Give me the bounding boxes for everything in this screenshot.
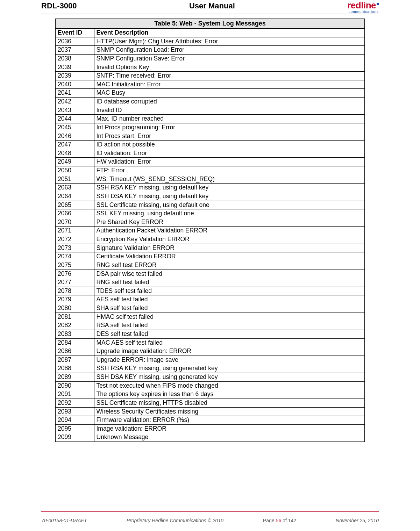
table-row: 2089 SSH DSA KEY missing, using generate…	[56, 373, 364, 382]
cell-event-desc: RNG self test ERROR	[94, 261, 364, 270]
table-row: 2094 Firmware validation: ERROR (%s)	[56, 416, 364, 425]
cell-event-desc: SSH RSA KEY missing, using generated key	[94, 364, 364, 373]
cell-event-desc: MAC Busy	[94, 89, 364, 98]
cell-event-desc: Test not executed when FIPS mode changed	[94, 381, 364, 390]
cell-event-desc: DSA pair wise test failed	[94, 270, 364, 278]
cell-event-desc: HW validation: Error	[94, 158, 364, 166]
cell-event-desc: SNMP Configuration Save: Error	[94, 54, 364, 63]
footer-copyright: Proprietary Redline Communications © 201…	[127, 518, 223, 523]
cell-event-id: 2065	[56, 201, 94, 209]
cell-event-id: 2047	[56, 141, 94, 149]
table-row: 2074Certificate Validation ERROR	[56, 252, 364, 261]
table-row: 2079AES self test failed	[56, 295, 364, 304]
cell-event-id: 2046	[56, 132, 94, 141]
table-row: 2081HMAC self test failed	[56, 313, 364, 321]
cell-event-desc: ID database corrupted	[94, 98, 364, 106]
cell-event-desc: Upgrade ERROR: image save	[94, 356, 364, 364]
cell-event-id: 2084	[56, 338, 94, 347]
header-product: RDL-3000	[41, 1, 77, 10]
table-row: 2093 Wireless Security Certificates miss…	[56, 407, 364, 416]
logo-dot-icon	[377, 3, 379, 5]
cell-event-desc: Image validation: ERROR	[94, 424, 364, 433]
table-row: 2090 Test not executed when FIPS mode ch…	[56, 381, 364, 390]
table-row: 2086 Upgrade image validation: ERROR	[56, 347, 364, 356]
cell-event-desc: SSL KEY missing, using default one	[94, 209, 364, 218]
cell-event-id: 2089	[56, 373, 94, 382]
cell-event-id: 2076	[56, 270, 94, 278]
cell-event-desc: Unknown Message	[94, 433, 364, 442]
cell-event-desc: Signature Validation ERROR	[94, 244, 364, 252]
logo-subtitle: communications	[347, 10, 379, 14]
cell-event-id: 2087	[56, 356, 94, 364]
table-row: 2045Int Procs programming: Error	[56, 123, 364, 132]
table-row: 2088 SSH RSA KEY missing, using generate…	[56, 364, 364, 373]
page-header: RDL-3000 User Manual redline communicati…	[0, 0, 420, 14]
cell-event-desc: MAC Initialization: Error	[94, 80, 364, 89]
cell-event-id: 2050	[56, 166, 94, 175]
cell-event-id: 2081	[56, 313, 94, 321]
cell-event-id: 2036	[56, 37, 94, 46]
table-row: 2076DSA pair wise test failed	[56, 270, 364, 278]
table-row: 2078TDES self test failed	[56, 287, 364, 295]
cell-event-desc: MAC AES self test failed	[94, 338, 364, 347]
footer-page-number: 56	[276, 518, 282, 523]
table-row: 2064SSH DSA KEY missing, using default k…	[56, 192, 364, 201]
cell-event-id: 2077	[56, 278, 94, 287]
cell-event-id: 2073	[56, 244, 94, 252]
table-row: 2051WS: Timeout (WS_SEND_SESSION_REQ)	[56, 175, 364, 184]
table-row: 2084 MAC AES self test failed	[56, 338, 364, 347]
cell-event-desc: Invalid ID	[94, 106, 364, 115]
table-row: 2046Int Procs start: Error	[56, 132, 364, 141]
cell-event-id: 2099	[56, 433, 94, 442]
cell-event-desc: DES self test failed	[94, 330, 364, 338]
cell-event-desc: Max. ID number reached	[94, 115, 364, 123]
cell-event-desc: Authentication Packet Validation ERROR	[94, 227, 364, 235]
table-row: 2041MAC Busy	[56, 89, 364, 98]
table-row: 2043Invalid ID	[56, 106, 364, 115]
cell-event-desc: SNTP: Time received: Error	[94, 72, 364, 80]
cell-event-id: 2086	[56, 347, 94, 356]
cell-event-desc: Firmware validation: ERROR (%s)	[94, 416, 364, 425]
cell-event-desc: Pre Shared Key ERROR	[94, 218, 364, 227]
cell-event-desc: SNMP Configuration Load: Error	[94, 46, 364, 55]
header-divider	[41, 14, 379, 14]
table-row: 2039SNTP: Time received: Error	[56, 72, 364, 80]
cell-event-id: 2042	[56, 98, 94, 106]
log-messages-table: Table 5: Web - System Log Messages Event…	[55, 19, 365, 442]
cell-event-id: 2092	[56, 399, 94, 407]
cell-event-desc: Certificate Validation ERROR	[94, 252, 364, 261]
cell-event-id: 2043	[56, 106, 94, 115]
footer-date: November 25, 2010	[336, 518, 379, 523]
cell-event-desc: ID validation: Error	[94, 149, 364, 158]
table-title: Table 5: Web - System Log Messages	[56, 19, 364, 29]
footer-page-prefix: Page	[263, 518, 276, 523]
cell-event-id: 2045	[56, 123, 94, 132]
table-row: 2083 DES self test failed	[56, 330, 364, 338]
table-row: 2040MAC Initialization: Error	[56, 80, 364, 89]
cell-event-id: 2071	[56, 227, 94, 235]
cell-event-id: 2044	[56, 115, 94, 123]
cell-event-desc: RNG self test failed	[94, 278, 364, 287]
table-header-row: Event ID Event Description	[56, 29, 364, 37]
table-row: 2071Authentication Packet Validation ERR…	[56, 227, 364, 235]
table-row: 2095 Image validation: ERROR	[56, 424, 364, 433]
table-row: 2073Signature Validation ERROR	[56, 244, 364, 252]
cell-event-desc: Encryption Key Validation ERROR	[94, 235, 364, 244]
cell-event-id: 2041	[56, 89, 94, 98]
footer-doc-number: 70-00158-01-DRAFT	[41, 518, 87, 523]
cell-event-desc: Int Procs start: Error	[94, 132, 364, 141]
cell-event-desc: Invalid Options Key	[94, 63, 364, 72]
cell-event-id: 2040	[56, 80, 94, 89]
cell-event-id: 2078	[56, 287, 94, 295]
cell-event-id: 2088	[56, 364, 94, 373]
cell-event-desc: The options key expires in less than 6 d…	[94, 390, 364, 399]
event-table: Event ID Event Description 2036HTTP(User…	[56, 29, 364, 442]
page-footer: 70-00158-01-DRAFT Proprietary Redline Co…	[41, 518, 379, 523]
cell-event-id: 2070	[56, 218, 94, 227]
table-row: 2048ID validation: Error	[56, 149, 364, 158]
cell-event-desc: SSH DSA KEY missing, using generated key	[94, 373, 364, 382]
cell-event-id: 2095	[56, 424, 94, 433]
cell-event-desc: WS: Timeout (WS_SEND_SESSION_REQ)	[94, 175, 364, 184]
table-row: 2077RNG self test failed	[56, 278, 364, 287]
logo: redline communications	[347, 1, 379, 14]
